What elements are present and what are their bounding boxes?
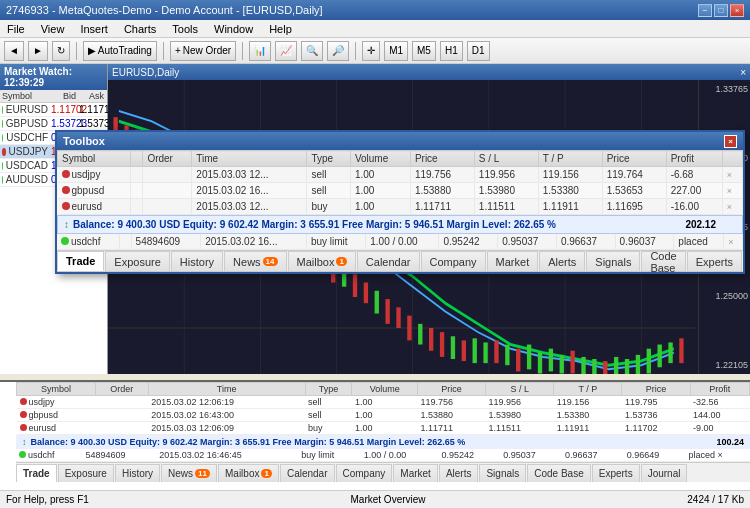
btrade-order-usdjpy — [95, 396, 148, 409]
btrade-price-eurusd: 1.11711 — [417, 422, 485, 435]
tab-alerts[interactable]: Alerts — [539, 251, 585, 271]
menu-file[interactable]: File — [4, 23, 28, 35]
trade-sl-gbpusd: 1.53980 — [474, 183, 538, 199]
close-button[interactable]: × — [730, 4, 744, 17]
pending-row-usdchf[interactable]: usdchf 54894609 2015.03.02 16... buy lim… — [57, 234, 743, 250]
toolbox-title-bar: Toolbox × — [57, 132, 743, 150]
btab-signals[interactable]: Signals — [479, 464, 526, 482]
trade-type-gbpusd: sell — [307, 183, 350, 199]
col-tp[interactable]: T / P — [538, 151, 602, 167]
btab-history[interactable]: History — [115, 464, 160, 482]
col-price[interactable]: Price — [410, 151, 474, 167]
bpending-type: buy limit — [298, 449, 361, 462]
col-sl[interactable]: S / L — [474, 151, 538, 167]
bpending-row-usdchf[interactable]: usdchf 54894609 2015.03.02 16:46:45 buy … — [16, 449, 750, 462]
col-symbol[interactable]: Symbol — [58, 151, 131, 167]
mw-row-eurusd[interactable]: EURUSD 1.11702 1.11714 — [0, 103, 107, 117]
tab-history[interactable]: History — [171, 251, 223, 271]
col-volume[interactable]: Volume — [350, 151, 410, 167]
btab-codebase[interactable]: Code Base — [527, 464, 590, 482]
tab-signals[interactable]: Signals — [586, 251, 640, 271]
toolbar-zoom-out[interactable]: 🔎 — [327, 41, 349, 61]
menu-view[interactable]: View — [38, 23, 68, 35]
pending-close-usdchf[interactable]: × — [724, 234, 743, 250]
toolbar-period-h1[interactable]: H1 — [440, 41, 463, 61]
bpending-cur: 0.96649 — [624, 449, 686, 462]
toolbar-period[interactable]: M1 — [384, 41, 408, 61]
col-empty — [130, 151, 143, 167]
separator-3 — [242, 42, 243, 60]
autotrading-button[interactable]: ▶ AutoTrading — [83, 41, 157, 61]
toolbox-close-button[interactable]: × — [724, 135, 737, 148]
svg-rect-36 — [385, 299, 389, 324]
svg-rect-37 — [396, 307, 400, 328]
toolbar-back[interactable]: ◄ — [4, 41, 24, 61]
tab-calendar[interactable]: Calendar — [357, 251, 420, 271]
btrade-row-eurusd[interactable]: eurusd 2015.03.03 12:06:09 buy 1.00 1.11… — [17, 422, 750, 435]
toolbar-crosshair[interactable]: ✛ — [362, 41, 380, 61]
btrade-row-usdjpy[interactable]: usdjpy 2015.03.02 12:06:19 sell 1.00 119… — [17, 396, 750, 409]
trade-order-usdjpy — [143, 167, 192, 183]
svg-rect-48 — [516, 349, 520, 372]
col-curprice[interactable]: Price — [602, 151, 666, 167]
btrade-sym-gbpusd: gbpusd — [17, 409, 96, 422]
btab-alerts[interactable]: Alerts — [439, 464, 479, 482]
menu-tools[interactable]: Tools — [169, 23, 201, 35]
tab-experts[interactable]: Experts — [687, 251, 742, 271]
trade-row-gbpusd[interactable]: gbpusd 2015.03.02 16... sell 1.00 1.5388… — [58, 183, 743, 199]
btab-experts[interactable]: Experts — [592, 464, 640, 482]
btab-company[interactable]: Company — [336, 464, 393, 482]
mailbox-badge: 1 — [336, 257, 346, 266]
mw-sym-eurusd: EURUSD — [0, 103, 50, 116]
bpending-tp: 0.96637 — [562, 449, 624, 462]
toolbar-chart-bar[interactable]: 📊 — [249, 41, 271, 61]
chart-close[interactable]: × — [740, 67, 746, 78]
trade-row-eurusd[interactable]: eurusd 2015.03.03 12... buy 1.00 1.11711… — [58, 199, 743, 215]
trade-close-eurusd[interactable]: × — [722, 199, 742, 215]
trade-close-gbpusd[interactable]: × — [722, 183, 742, 199]
menu-help[interactable]: Help — [266, 23, 295, 35]
col-time[interactable]: Time — [192, 151, 307, 167]
toolbar-refresh[interactable]: ↻ — [52, 41, 70, 61]
toolbar-fwd[interactable]: ► — [28, 41, 48, 61]
trade-sym-gbpusd: gbpusd — [58, 183, 131, 199]
minimize-button[interactable]: − — [698, 4, 712, 17]
toolbar-chart-line[interactable]: 📈 — [275, 41, 297, 61]
btab-calendar[interactable]: Calendar — [280, 464, 335, 482]
btab-exposure[interactable]: Exposure — [58, 464, 114, 482]
menu-window[interactable]: Window — [211, 23, 256, 35]
status-right: 2424 / 17 Kb — [687, 494, 744, 505]
bottom-table-container: Symbol Order Time Type Volume Price S / … — [16, 382, 750, 435]
tab-exposure[interactable]: Exposure — [105, 251, 169, 271]
tab-codebase[interactable]: Code Base — [641, 251, 685, 271]
col-type[interactable]: Type — [307, 151, 350, 167]
btab-mailbox[interactable]: Mailbox1 — [218, 464, 279, 482]
trade-close-usdjpy[interactable]: × — [722, 167, 742, 183]
toolbar-period-m5[interactable]: M5 — [412, 41, 436, 61]
menu-charts[interactable]: Charts — [121, 23, 159, 35]
btab-market[interactable]: Market — [393, 464, 438, 482]
btab-journal[interactable]: Journal — [641, 464, 688, 482]
tab-news[interactable]: News14 — [224, 251, 286, 271]
svg-rect-33 — [353, 274, 357, 297]
tab-company[interactable]: Company — [421, 251, 486, 271]
bottom-section: Toolbox Symbol Order Time Type Volume Pr… — [0, 380, 750, 490]
col-profit[interactable]: Profit — [666, 151, 722, 167]
menu-insert[interactable]: Insert — [77, 23, 111, 35]
tab-market[interactable]: Market — [487, 251, 539, 271]
col-order[interactable]: Order — [143, 151, 192, 167]
toolbar-period-d1[interactable]: D1 — [467, 41, 490, 61]
chart-title-bar: EURUSD,Daily × — [108, 64, 750, 80]
btab-news[interactable]: News11 — [161, 464, 217, 482]
tab-trade[interactable]: Trade — [57, 251, 104, 271]
btab-trade[interactable]: Trade — [16, 464, 57, 482]
new-order-button[interactable]: + New Order — [170, 41, 236, 61]
maximize-button[interactable]: □ — [714, 4, 728, 17]
menu-bar: File View Insert Charts Tools Window Hel… — [0, 20, 750, 38]
toolbar-zoom-in[interactable]: 🔍 — [301, 41, 323, 61]
mw-row-gbpusd[interactable]: GBPUSD 1.53723 1.53736 — [0, 117, 107, 131]
tab-mailbox[interactable]: Mailbox1 — [288, 251, 356, 271]
pending-vol-usdchf: 1.00 / 0.00 — [366, 234, 439, 250]
btrade-row-gbpusd[interactable]: gbpusd 2015.03.02 16:43:00 sell 1.00 1.5… — [17, 409, 750, 422]
trade-row-usdjpy[interactable]: usdjpy 2015.03.03 12... sell 1.00 119.75… — [58, 167, 743, 183]
